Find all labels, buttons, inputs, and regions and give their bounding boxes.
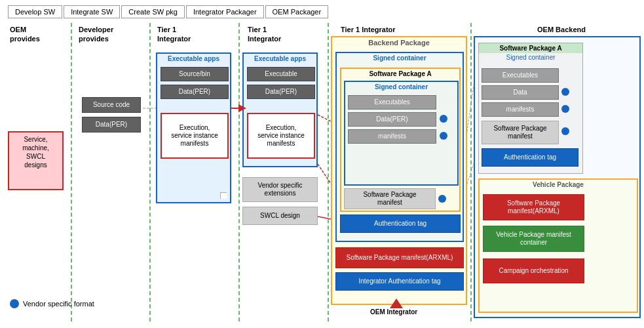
sw-pkg-a-oem-title: Software Package A (479, 43, 582, 53)
oem-backend-container: Software Package A Signed container Exec… (474, 36, 641, 318)
signed-container-outer-label: Signed container (337, 53, 463, 63)
auth-tag-tier1: Authentication tag (340, 215, 461, 233)
data-per-t1b-box: Data(PER) (247, 85, 315, 99)
signed-container-oem-label: Signed container (479, 53, 582, 62)
phase-integrate: Integrate SW (64, 5, 120, 18)
signed-container-inner: Signed container Executables Data(PER) m… (344, 81, 459, 186)
oem-provides-box: Service,machine,SWCLdesigns (8, 131, 64, 190)
tier1-right-title: Executable apps (244, 54, 316, 64)
sw-pkg-a-title: Software Package A (341, 69, 459, 79)
backend-package-title: Backend Package (332, 37, 466, 48)
col-oem-backend: OEM Backend (537, 25, 586, 34)
fold-indicator-1 (220, 192, 227, 199)
integrator-auth-tag: Integrator Authentication tag (335, 272, 464, 291)
signed-container-inner-label: Signed container (345, 82, 457, 92)
tier1-left-container: Executable apps Source/bin Data(PER) Exe… (156, 52, 231, 203)
svg-line-4 (318, 164, 331, 184)
legend: Vendor specific format (10, 299, 94, 308)
vendor-dot-data-oem (561, 88, 569, 96)
phase-develop: Develop SW (8, 5, 62, 18)
vendor-dot-sw-pkg-manifest (438, 195, 446, 203)
diagram-container: Develop SW Integrate SW Create SW pkg In… (0, 0, 644, 328)
vendor-dot-data (440, 115, 447, 123)
source-code-box: Source code (82, 97, 141, 113)
sw-pkg-manifest-tier1: Software Packagemanifest (344, 188, 436, 209)
svg-marker-0 (390, 298, 403, 308)
vendor-dot-manifests-oem (561, 105, 569, 113)
vendor-dot-manifests (440, 132, 447, 140)
vehicle-pkg-manifest-oem: Vehicle Package manifest container (483, 226, 584, 252)
sw-pkg-manifest-arxml-oem: Software Package manifest(ARXML) (483, 194, 584, 220)
phase-integrator-packager: Integrator Packager (186, 5, 264, 18)
vehicle-pkg-title: Vehicle Package (480, 180, 637, 190)
source-bin-box: Source/bin (161, 67, 229, 81)
svg-line-5 (318, 216, 331, 219)
data-oem: Data (482, 85, 559, 100)
executable-box: Executable (247, 67, 315, 81)
signed-container-outer: Signed container Software Package A Sign… (335, 52, 464, 242)
manifests-oem: manifests (482, 102, 559, 117)
col-developer-provides: Developerprovides (79, 25, 113, 44)
legend-dot (10, 299, 19, 308)
divider-1 (71, 23, 72, 321)
divider-3 (238, 23, 240, 321)
executables-oem: Executables (482, 68, 559, 83)
divider-5 (470, 23, 472, 321)
col-oem-provides: OEMprovides (10, 25, 40, 44)
manifests-tier1: manifests (348, 129, 436, 144)
vendor-dot-sw-manifest-oem (561, 127, 569, 135)
phase-create: Create SW pkg (121, 5, 185, 18)
sw-pkg-manifest-arxml: Software Package manifest(ARXML) (335, 247, 464, 268)
exec-service-t1-box: Execution,service instancemanifests (161, 113, 229, 159)
divider-4 (328, 23, 329, 321)
backend-package-container: Backend Package Signed container Softwar… (331, 36, 467, 305)
vehicle-pkg-container: Vehicle Package Software Package manifes… (478, 178, 638, 313)
col-tier1-1: Tier 1Integrator (157, 25, 191, 44)
svg-line-3 (318, 115, 331, 121)
data-per-dev-box: Data(PER) (82, 117, 141, 133)
oem-integrator-arrow (387, 298, 406, 312)
vendor-ext-box: Vendor specificextensions (242, 177, 318, 202)
sw-pkg-manifest-oem: Software Packagemanifest (482, 121, 559, 144)
legend-label: Vendor specific format (23, 300, 94, 308)
campaign-orchestration-oem: Campaign orchestration (483, 258, 584, 283)
executables-tier1: Executables (348, 95, 436, 110)
swcl-design-box: SWCL design (242, 207, 318, 225)
sw-pkg-a-oem-container: Software Package A Signed container Exec… (478, 43, 583, 174)
data-per-t1-box: Data(PER) (161, 85, 229, 99)
tier1-right-container: Executable apps Executable Data(PER) Exe… (242, 52, 318, 167)
tier1-left-title: Executable apps (157, 54, 230, 64)
col-tier1-2: Tier 1Integrator (248, 25, 281, 44)
col-tier1-integrator: Tier 1 Integrator (341, 25, 396, 34)
phase-oem-packager: OEM Packager (265, 5, 329, 18)
data-per-tier1: Data(PER) (348, 112, 436, 127)
exec-service-t1b-box: Execution,service instancemanifests (247, 113, 315, 159)
divider-2 (149, 23, 151, 321)
auth-tag-oem: Authentication tag (482, 148, 578, 167)
sw-pkg-a-container: Software Package A Signed container Exec… (340, 68, 461, 212)
